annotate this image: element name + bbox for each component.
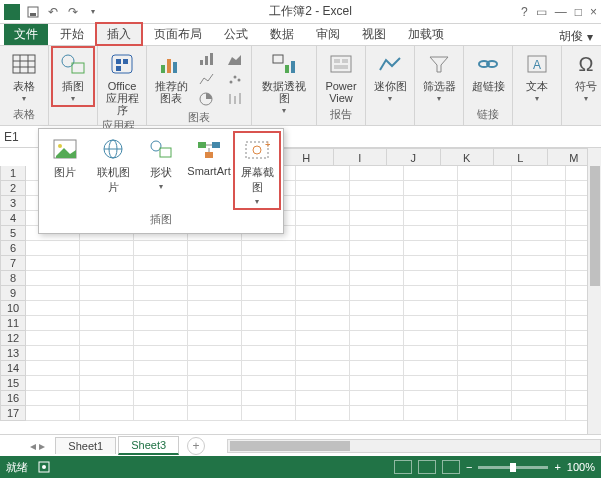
cell[interactable] — [134, 391, 188, 406]
cell[interactable] — [296, 181, 350, 196]
tab-review[interactable]: 审阅 — [306, 24, 350, 45]
cell[interactable] — [350, 346, 404, 361]
cell[interactable] — [458, 271, 512, 286]
cell[interactable] — [134, 301, 188, 316]
cell[interactable] — [404, 286, 458, 301]
cell[interactable] — [26, 391, 80, 406]
pie-chart-icon[interactable] — [197, 90, 217, 108]
cell[interactable] — [242, 346, 296, 361]
cell[interactable] — [296, 166, 350, 181]
hyperlink-button[interactable]: 超链接 — [468, 48, 508, 94]
row-header[interactable]: 3 — [0, 196, 26, 211]
cell[interactable] — [512, 331, 566, 346]
cell[interactable] — [242, 376, 296, 391]
cell[interactable] — [80, 331, 134, 346]
cell[interactable] — [80, 241, 134, 256]
text-button[interactable]: A 文本 ▾ — [517, 48, 557, 105]
zoom-in-icon[interactable]: + — [554, 461, 560, 473]
cell[interactable] — [296, 241, 350, 256]
cell[interactable] — [458, 181, 512, 196]
cell[interactable] — [350, 211, 404, 226]
cell[interactable] — [188, 316, 242, 331]
cell[interactable] — [512, 241, 566, 256]
row-header[interactable]: 14 — [0, 361, 26, 376]
cell[interactable] — [458, 211, 512, 226]
scroll-thumb[interactable] — [230, 441, 350, 451]
horizontal-scrollbar[interactable] — [227, 439, 601, 453]
office-apps-button[interactable]: Office 应用程序 — [102, 48, 142, 118]
cell[interactable] — [404, 256, 458, 271]
cell[interactable] — [80, 346, 134, 361]
cell[interactable] — [242, 271, 296, 286]
cell[interactable] — [26, 346, 80, 361]
cell[interactable] — [296, 316, 350, 331]
cell[interactable] — [26, 271, 80, 286]
cell[interactable] — [296, 301, 350, 316]
cell[interactable] — [296, 406, 350, 421]
cell[interactable] — [512, 361, 566, 376]
tab-insert[interactable]: 插入 — [96, 23, 142, 45]
page-break-view-icon[interactable] — [442, 460, 460, 474]
cell[interactable] — [512, 196, 566, 211]
cell[interactable] — [80, 361, 134, 376]
cell[interactable] — [512, 211, 566, 226]
cell[interactable] — [296, 391, 350, 406]
help-icon[interactable]: ? — [521, 5, 528, 19]
cell[interactable] — [80, 391, 134, 406]
cell[interactable] — [80, 301, 134, 316]
cell[interactable] — [188, 346, 242, 361]
symbols-button[interactable]: Ω 符号 ▾ — [566, 48, 601, 105]
save-icon[interactable] — [26, 5, 40, 19]
tab-data[interactable]: 数据 — [260, 24, 304, 45]
cell[interactable] — [296, 226, 350, 241]
online-pictures-button[interactable]: 联机图片 — [91, 133, 135, 208]
powerview-button[interactable]: Power View — [321, 48, 361, 106]
cell[interactable] — [404, 391, 458, 406]
cell[interactable] — [350, 316, 404, 331]
cell[interactable] — [350, 331, 404, 346]
cell[interactable] — [296, 196, 350, 211]
row-header[interactable]: 2 — [0, 181, 26, 196]
vertical-scrollbar[interactable] — [587, 148, 601, 434]
zoom-slider[interactable] — [478, 466, 548, 469]
cell[interactable] — [242, 301, 296, 316]
scatter-chart-icon[interactable] — [225, 70, 245, 88]
row-header[interactable]: 16 — [0, 391, 26, 406]
cell[interactable] — [188, 406, 242, 421]
cell[interactable] — [188, 286, 242, 301]
cell[interactable] — [134, 316, 188, 331]
cell[interactable] — [188, 391, 242, 406]
tab-addins[interactable]: 加载项 — [398, 24, 454, 45]
cell[interactable] — [134, 361, 188, 376]
cell[interactable] — [188, 271, 242, 286]
pictures-button[interactable]: 图片 — [43, 133, 87, 208]
cell[interactable] — [404, 166, 458, 181]
cell[interactable] — [458, 241, 512, 256]
cell[interactable] — [512, 181, 566, 196]
row-header[interactable]: 13 — [0, 346, 26, 361]
cell[interactable] — [26, 301, 80, 316]
tab-pagelayout[interactable]: 页面布局 — [144, 24, 212, 45]
row-header[interactable]: 4 — [0, 211, 26, 226]
cell[interactable] — [134, 256, 188, 271]
cell[interactable] — [188, 331, 242, 346]
cell[interactable] — [242, 241, 296, 256]
cell[interactable] — [134, 331, 188, 346]
cell[interactable] — [242, 406, 296, 421]
cell[interactable] — [26, 241, 80, 256]
cell[interactable] — [26, 256, 80, 271]
cell[interactable] — [80, 286, 134, 301]
cell[interactable] — [404, 376, 458, 391]
cell[interactable] — [134, 241, 188, 256]
tab-file[interactable]: 文件 — [4, 24, 48, 45]
pivot-chart-button[interactable]: 数据透视图 ▾ — [256, 48, 312, 117]
zoom-thumb[interactable] — [510, 463, 516, 472]
cell[interactable] — [458, 301, 512, 316]
cell[interactable] — [242, 256, 296, 271]
cell[interactable] — [188, 376, 242, 391]
cell[interactable] — [512, 376, 566, 391]
tab-home[interactable]: 开始 — [50, 24, 94, 45]
column-header[interactable]: J — [387, 148, 441, 166]
row-header[interactable]: 7 — [0, 256, 26, 271]
cell[interactable] — [404, 241, 458, 256]
